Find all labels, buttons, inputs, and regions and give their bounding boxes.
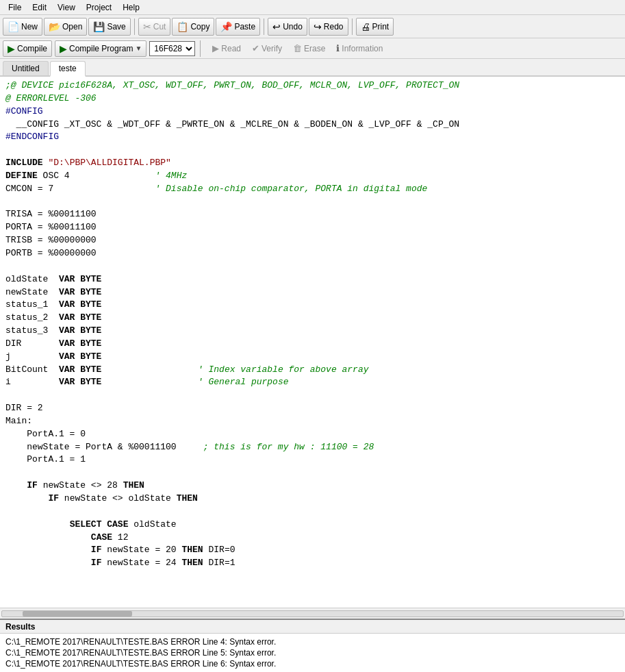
separator-2: [264, 18, 264, 35]
editor-container: ;@ DEVICE pic16F628A, XT_OSC, WDT_OFF, P…: [0, 77, 625, 619]
redo-button[interactable]: ↪ Redo: [309, 18, 348, 36]
tab-bar: Untitled teste: [0, 59, 625, 77]
cut-label: Cut: [153, 22, 166, 32]
tab-untitled[interactable]: Untitled: [3, 61, 49, 75]
print-label: Print: [372, 22, 390, 32]
compile-bar: ▶ Compile ▶ Compile Program ▼ 16F628 ▶ R…: [0, 38, 625, 59]
information-button[interactable]: ℹ Information: [332, 42, 387, 55]
copy-button[interactable]: 📋 Copy: [172, 18, 214, 36]
compile-icon: ▶: [8, 43, 15, 54]
horizontal-scrollbar[interactable]: [0, 608, 625, 619]
compile-program-label: Compile Program: [69, 44, 133, 53]
redo-label: Redo: [324, 22, 344, 32]
verify-button[interactable]: ✔ Verify: [248, 42, 286, 55]
menu-project[interactable]: Project: [81, 1, 117, 14]
paste-label: Paste: [234, 22, 255, 32]
menu-bar: File Edit View Project Help: [0, 0, 625, 15]
device-select[interactable]: 16F628: [149, 41, 195, 56]
information-label: Information: [342, 44, 383, 53]
open-icon: 📂: [49, 21, 60, 32]
cut-button[interactable]: ✂ Cut: [138, 18, 171, 36]
undo-button[interactable]: ↩ Undo: [268, 18, 307, 36]
separator-1: [134, 18, 135, 35]
copy-label: Copy: [190, 22, 209, 32]
read-label: Read: [221, 44, 241, 53]
menu-view[interactable]: View: [52, 1, 81, 14]
device-selector[interactable]: 16F628: [149, 41, 195, 56]
compile-button[interactable]: ▶ Compile: [3, 40, 52, 57]
menu-edit[interactable]: Edit: [27, 1, 52, 14]
erase-button[interactable]: 🗑 Erase: [289, 42, 329, 55]
undo-label: Undo: [283, 22, 303, 32]
compile-label: Compile: [17, 44, 47, 53]
new-label: New: [21, 22, 38, 32]
verify-icon: ✔: [252, 43, 259, 53]
info-icon: ℹ: [336, 43, 340, 53]
scroll-thumb[interactable]: [23, 611, 132, 617]
undo-icon: ↩: [272, 21, 281, 32]
save-button[interactable]: 💾 Save: [88, 18, 130, 36]
compile-program-icon: ▶: [60, 43, 67, 54]
separator-3: [352, 18, 353, 35]
paste-icon: 📌: [220, 21, 232, 32]
print-button[interactable]: 🖨 Print: [356, 18, 394, 36]
open-button[interactable]: 📂 Open: [44, 18, 87, 36]
error-line-1: C:\1_REMOTE 2017\RENAULT\TESTE.BAS ERROR…: [5, 636, 620, 647]
erase-label: Erase: [304, 44, 325, 53]
open-label: Open: [62, 22, 82, 32]
results-title: Results: [5, 622, 35, 632]
results-content: C:\1_REMOTE 2017\RENAULT\TESTE.BAS ERROR…: [0, 634, 625, 672]
print-icon: 🖨: [361, 21, 370, 32]
cut-icon: ✂: [143, 21, 151, 32]
scroll-track[interactable]: [1, 610, 624, 617]
read-icon: ▶: [212, 43, 219, 53]
redo-icon: ↪: [314, 21, 322, 32]
menu-help[interactable]: Help: [117, 1, 145, 14]
copy-icon: 📋: [177, 21, 188, 32]
error-line-3: C:\1_REMOTE 2017\RENAULT\TESTE.BAS ERROR…: [5, 658, 620, 669]
read-button[interactable]: ▶ Read: [208, 42, 245, 55]
editor-content[interactable]: ;@ DEVICE pic16F628A, XT_OSC, WDT_OFF, P…: [0, 77, 625, 608]
compile-program-button[interactable]: ▶ Compile Program ▼: [55, 40, 146, 57]
tab-teste[interactable]: teste: [50, 61, 86, 77]
save-label: Save: [107, 22, 125, 32]
programmer-buttons: ▶ Read ✔ Verify 🗑 Erase ℹ Information: [208, 42, 387, 55]
save-icon: 💾: [93, 21, 105, 32]
menu-file[interactable]: File: [3, 1, 27, 14]
results-bar: Results: [0, 619, 625, 634]
toolbar: 📄 New 📂 Open 💾 Save ✂ Cut 📋 Copy 📌 Paste…: [0, 15, 625, 38]
verify-label: Verify: [262, 44, 282, 53]
code-block: ;@ DEVICE pic16F628A, XT_OSC, WDT_OFF, P…: [5, 79, 620, 570]
paste-button[interactable]: 📌 Paste: [216, 18, 260, 36]
erase-icon: 🗑: [293, 43, 302, 53]
new-button[interactable]: 📄 New: [3, 18, 42, 36]
error-line-2: C:\1_REMOTE 2017\RENAULT\TESTE.BAS ERROR…: [5, 647, 620, 658]
new-icon: 📄: [8, 21, 19, 32]
chevron-down-icon: ▼: [135, 45, 142, 52]
separator-4: [200, 40, 201, 57]
